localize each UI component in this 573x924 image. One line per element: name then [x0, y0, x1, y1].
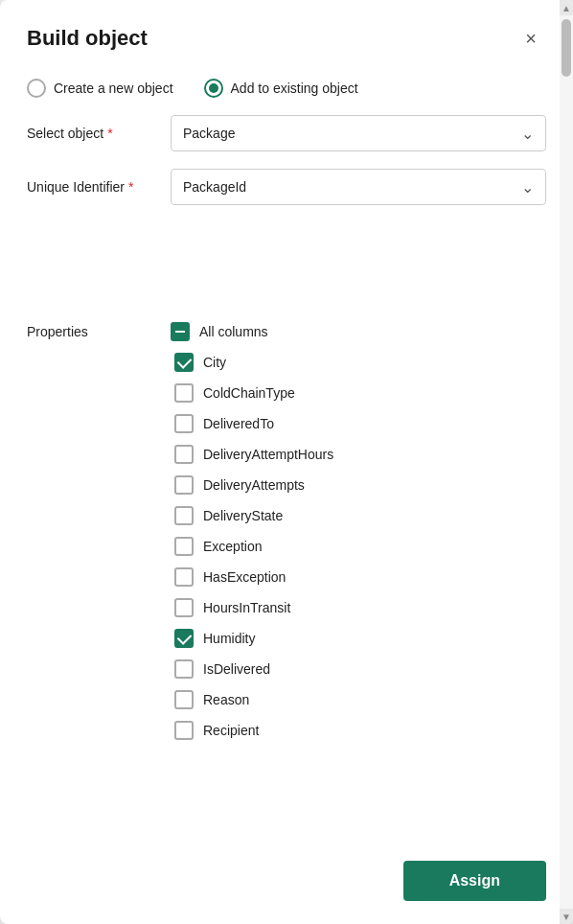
checkbox-label-recipient: Recipient	[203, 723, 259, 738]
properties-list: All columns City ColdChainType Delivered…	[171, 322, 546, 746]
select-object-label: Select object *	[27, 126, 171, 141]
checkbox-row-recipient[interactable]: Recipient	[171, 715, 546, 746]
radio-group: Create a new object Add to existing obje…	[0, 69, 573, 115]
checkbox-label-humidity: Humidity	[203, 631, 255, 646]
checkbox-deliverystate[interactable]	[174, 506, 194, 525]
checkbox-exception[interactable]	[174, 537, 194, 556]
checkbox-hoursintransit[interactable]	[174, 598, 194, 617]
checkbox-row-hasexception[interactable]: HasException	[171, 562, 546, 592]
select-object-value: Package	[183, 126, 235, 141]
checkbox-label-exception: Exception	[203, 539, 262, 554]
dialog-title: Build object	[27, 26, 148, 51]
all-columns-label: All columns	[199, 324, 268, 339]
scrollbar-track: ▲ ▼	[560, 0, 573, 924]
close-button[interactable]: ×	[516, 23, 546, 54]
checkbox-label-reason: Reason	[203, 692, 249, 707]
assign-button[interactable]: Assign	[403, 861, 546, 901]
select-object-row: Select object * Package ⌄	[27, 115, 546, 151]
radio-label-create: Create a new object	[54, 81, 173, 96]
checkbox-recipient[interactable]	[174, 721, 194, 740]
checkbox-row-hoursintransit[interactable]: HoursInTransit	[171, 592, 546, 623]
scrollbar-thumb[interactable]	[562, 19, 571, 77]
radio-circle-existing	[204, 79, 223, 98]
dialog-header: Build object ×	[0, 0, 573, 69]
chevron-down-icon-2: ⌄	[521, 178, 534, 196]
select-object-required-star: *	[107, 126, 112, 141]
checkbox-row-coldchaintype[interactable]: ColdChainType	[171, 378, 546, 408]
checkbox-deliveryattempts[interactable]	[174, 475, 194, 495]
checkbox-label-isdelivered: IsDelivered	[203, 661, 270, 677]
checkbox-humidity[interactable]	[174, 629, 194, 648]
checkbox-label-coldchaintype: ColdChainType	[203, 385, 295, 401]
build-object-dialog: ▲ ▼ Build object × Create a new object A…	[0, 0, 573, 924]
properties-row: Properties All columns City ColdChainTyp…	[27, 322, 546, 746]
checkbox-deliveryattempthours[interactable]	[174, 445, 194, 464]
radio-circle-create	[27, 79, 46, 98]
radio-create-new[interactable]: Create a new object	[27, 79, 173, 98]
footer: Assign	[0, 845, 573, 924]
unique-identifier-value: PackageId	[183, 179, 246, 195]
unique-identifier-dropdown[interactable]: PackageId ⌄	[171, 169, 546, 205]
checkbox-row-reason[interactable]: Reason	[171, 684, 546, 715]
checkbox-deliveredto[interactable]	[174, 414, 194, 433]
checkbox-row-deliveredto[interactable]: DeliveredTo	[171, 408, 546, 439]
checkbox-label-deliverystate: DeliveryState	[203, 508, 283, 523]
checkbox-row-city[interactable]: City	[171, 347, 546, 378]
scroll-up-arrow[interactable]: ▲	[560, 0, 573, 15]
checkbox-label-city: City	[203, 355, 226, 370]
checkbox-label-hoursintransit: HoursInTransit	[203, 600, 290, 615]
checkbox-row-deliveryattempts[interactable]: DeliveryAttempts	[171, 470, 546, 500]
checkbox-reason[interactable]	[174, 690, 194, 709]
checkbox-row-deliveryattempthours[interactable]: DeliveryAttemptHours	[171, 439, 546, 470]
form-section: Select object * Package ⌄ Unique Identif…	[0, 115, 573, 322]
checkbox-row-humidity[interactable]: Humidity	[171, 623, 546, 654]
unique-identifier-row: Unique Identifier * PackageId ⌄	[27, 169, 546, 205]
checkbox-label-deliveredto: DeliveredTo	[203, 416, 274, 431]
chevron-down-icon: ⌄	[521, 125, 534, 143]
checkbox-city[interactable]	[174, 353, 194, 372]
checkbox-row-deliverystate[interactable]: DeliveryState	[171, 500, 546, 531]
checkbox-label-deliveryattempts: DeliveryAttempts	[203, 477, 305, 493]
all-columns-checkbox[interactable]	[171, 322, 190, 341]
properties-section: Properties All columns City ColdChainTyp…	[0, 322, 573, 845]
unique-identifier-required-star: *	[128, 179, 133, 195]
checkbox-label-deliveryattempthours: DeliveryAttemptHours	[203, 447, 333, 462]
checkbox-label-hasexception: HasException	[203, 569, 286, 585]
properties-label: Properties	[27, 322, 171, 339]
checkbox-isdelivered[interactable]	[174, 659, 194, 679]
radio-add-existing[interactable]: Add to existing object	[204, 79, 358, 98]
checkbox-coldchaintype[interactable]	[174, 383, 194, 403]
select-object-dropdown[interactable]: Package ⌄	[171, 115, 546, 151]
radio-label-existing: Add to existing object	[231, 81, 358, 96]
all-columns-row[interactable]: All columns	[171, 322, 546, 341]
checkbox-row-exception[interactable]: Exception	[171, 531, 546, 562]
unique-identifier-label: Unique Identifier *	[27, 179, 171, 195]
scroll-down-arrow[interactable]: ▼	[560, 909, 573, 924]
checkbox-hasexception[interactable]	[174, 567, 194, 587]
checkbox-row-isdelivered[interactable]: IsDelivered	[171, 654, 546, 684]
